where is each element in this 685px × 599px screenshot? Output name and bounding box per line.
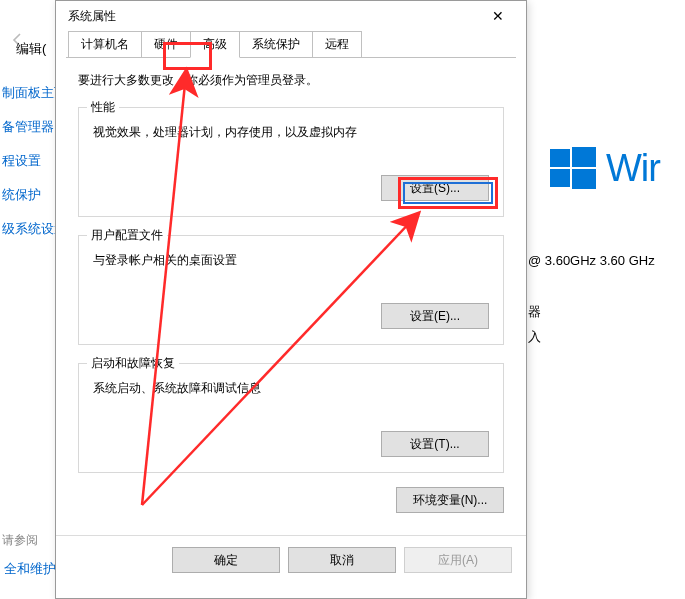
sidebar-item[interactable]: 备管理器 — [0, 110, 56, 144]
startup-settings-button[interactable]: 设置(T)... — [381, 431, 489, 457]
system-properties-dialog: 系统属性 ✕ 计算机名 硬件 高级 系统保护 远程 要进行大多数更改，你必须作为… — [55, 0, 527, 599]
group-startup: 启动和故障恢复 系统启动、系统故障和调试信息 设置(T)... — [78, 363, 504, 473]
group-userprofile: 用户配置文件 与登录帐户相关的桌面设置 设置(E)... — [78, 235, 504, 345]
tab-systemprotection[interactable]: 系统保护 — [239, 31, 313, 57]
cpu-speed-text: @ 3.60GHz 3.60 GHz — [528, 253, 655, 268]
windows-logo-block: Wir — [550, 145, 660, 191]
group-performance: 性能 视觉效果，处理器计划，内存使用，以及虚拟内存 设置(S)... — [78, 107, 504, 217]
svg-rect-1 — [572, 147, 596, 167]
dialog-title: 系统属性 — [64, 8, 478, 25]
see-also-item[interactable]: 全和维护 — [2, 552, 58, 586]
dialog-titlebar: 系统属性 ✕ — [56, 1, 526, 31]
tab-remote[interactable]: 远程 — [312, 31, 362, 57]
svg-rect-3 — [572, 169, 596, 189]
memory-text: 器 — [528, 303, 541, 321]
group-legend: 性能 — [87, 99, 119, 116]
see-also-heading: 请参阅 — [2, 532, 38, 549]
dialog-tabbar: 计算机名 硬件 高级 系统保护 远程 — [56, 31, 526, 57]
sidebar-item[interactable]: 程设置 — [0, 144, 56, 178]
dialog-footer: 确定 取消 应用(A) — [56, 535, 526, 584]
tab-advanced[interactable]: 高级 — [190, 31, 240, 58]
system-info-pane: Wir @ 3.60GHz 3.60 GHz 器 入 — [528, 0, 685, 599]
group-legend: 用户配置文件 — [87, 227, 167, 244]
windows-wordmark: Wir — [606, 147, 660, 190]
group-legend: 启动和故障恢复 — [87, 355, 179, 372]
apply-button: 应用(A) — [404, 547, 512, 573]
admin-note: 要进行大多数更改，你必须作为管理员登录。 — [78, 72, 504, 89]
sidebar-item[interactable]: 统保护 — [0, 178, 56, 212]
userprofile-settings-button[interactable]: 设置(E)... — [381, 303, 489, 329]
group-desc: 视觉效果，处理器计划，内存使用，以及虚拟内存 — [93, 124, 489, 141]
ok-button[interactable]: 确定 — [172, 547, 280, 573]
close-button[interactable]: ✕ — [478, 1, 518, 31]
environment-variables-button[interactable]: 环境变量(N)... — [396, 487, 504, 513]
group-desc: 系统启动、系统故障和调试信息 — [93, 380, 489, 397]
tab-computername[interactable]: 计算机名 — [68, 31, 142, 57]
performance-settings-button[interactable]: 设置(S)... — [381, 175, 489, 201]
group-desc: 与登录帐户相关的桌面设置 — [93, 252, 489, 269]
sidebar-item[interactable]: 级系统设置 — [0, 212, 56, 246]
edit-menu[interactable]: 编辑( — [16, 40, 46, 58]
svg-rect-2 — [550, 169, 570, 187]
pen-touch-text: 入 — [528, 328, 541, 346]
tab-hardware[interactable]: 硬件 — [141, 31, 191, 57]
windows-logo-icon — [550, 145, 596, 191]
cancel-button[interactable]: 取消 — [288, 547, 396, 573]
svg-rect-0 — [550, 149, 570, 167]
control-panel-sidebar: 编辑( 制面板主页 备管理器 程设置 统保护 级系统设置 请参阅 全和维护 — [0, 60, 55, 246]
sidebar-item[interactable]: 制面板主页 — [0, 60, 56, 110]
